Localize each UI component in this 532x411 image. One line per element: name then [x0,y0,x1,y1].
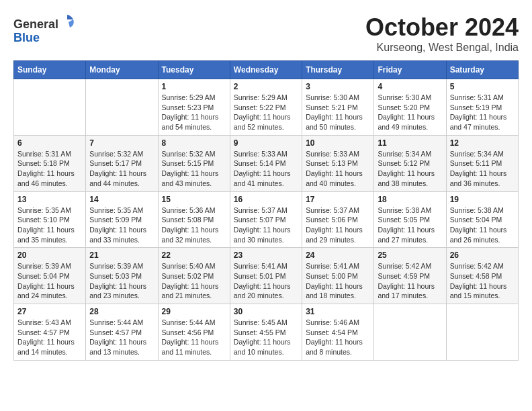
day-info: Sunrise: 5:43 AMSunset: 4:57 PMDaylight:… [17,318,82,357]
sunset-text: Sunset: 4:56 PM [162,328,214,336]
daylight-text: Daylight: 11 hours and 50 minutes. [306,113,363,131]
calendar-cell: 29Sunrise: 5:44 AMSunset: 4:56 PMDayligh… [158,304,230,361]
calendar-cell: 22Sunrise: 5:40 AMSunset: 5:02 PMDayligh… [158,248,230,304]
sunrise-text: Sunrise: 5:30 AM [378,93,431,101]
sunrise-text: Sunrise: 5:44 AM [89,318,143,326]
day-number: 8 [162,138,226,148]
calendar-cell: 3Sunrise: 5:30 AMSunset: 5:21 PMDaylight… [302,79,374,136]
daylight-text: Daylight: 11 hours and 26 minutes. [450,226,507,244]
sunset-text: Sunset: 5:11 PM [450,159,502,167]
daylight-text: Daylight: 11 hours and 44 minutes. [89,169,146,187]
day-info: Sunrise: 5:37 AMSunset: 5:06 PMDaylight:… [306,205,370,245]
day-info: Sunrise: 5:45 AMSunset: 4:55 PMDaylight:… [234,318,298,357]
sunrise-text: Sunrise: 5:45 AM [234,318,287,326]
day-info: Sunrise: 5:31 AMSunset: 5:19 PMDaylight:… [450,93,515,132]
day-number: 22 [162,250,226,260]
day-number: 12 [450,138,515,148]
sunset-text: Sunset: 5:00 PM [306,272,358,280]
daylight-text: Daylight: 11 hours and 35 minutes. [17,226,75,244]
day-number: 21 [89,250,154,260]
day-info: Sunrise: 5:36 AMSunset: 5:08 PMDaylight:… [162,205,226,245]
day-info: Sunrise: 5:33 AMSunset: 5:14 PMDaylight:… [234,149,298,189]
day-info: Sunrise: 5:44 AMSunset: 4:57 PMDaylight:… [89,318,154,357]
calendar-cell [374,304,446,361]
day-info: Sunrise: 5:29 AMSunset: 5:23 PMDaylight:… [162,93,226,132]
calendar-cell: 10Sunrise: 5:33 AMSunset: 5:13 PMDayligh… [302,135,374,191]
location: Kurseong, West Bengal, India [365,42,519,54]
calendar-cell [14,79,86,136]
day-info: Sunrise: 5:30 AMSunset: 5:20 PMDaylight:… [378,93,442,132]
day-number: 4 [378,82,442,91]
day-info: Sunrise: 5:33 AMSunset: 5:13 PMDaylight:… [306,149,370,189]
calendar-week-row: 1Sunrise: 5:29 AMSunset: 5:23 PMDaylight… [14,79,519,136]
day-info: Sunrise: 5:40 AMSunset: 5:02 PMDaylight:… [162,261,226,301]
daylight-text: Daylight: 11 hours and 46 minutes. [17,169,75,187]
sunset-text: Sunset: 4:57 PM [89,328,142,336]
daylight-text: Daylight: 11 hours and 24 minutes. [17,282,75,300]
day-number: 26 [450,250,515,260]
day-number: 2 [234,82,298,91]
calendar-cell: 24Sunrise: 5:41 AMSunset: 5:00 PMDayligh… [302,248,374,304]
calendar-cell: 1Sunrise: 5:29 AMSunset: 5:23 PMDaylight… [158,79,230,136]
logo-icon [60,13,75,28]
daylight-text: Daylight: 11 hours and 43 minutes. [162,169,219,187]
calendar-cell: 6Sunrise: 5:31 AMSunset: 5:18 PMDaylight… [14,135,86,191]
calendar-cell: 2Sunrise: 5:29 AMSunset: 5:22 PMDaylight… [230,79,302,136]
sunrise-text: Sunrise: 5:33 AM [234,150,287,158]
sunrise-text: Sunrise: 5:42 AM [450,262,504,270]
sunrise-text: Sunrise: 5:46 AM [306,318,359,326]
sunrise-text: Sunrise: 5:35 AM [89,206,143,214]
sunrise-text: Sunrise: 5:39 AM [17,262,71,270]
daylight-text: Daylight: 11 hours and 17 minutes. [378,282,435,300]
sunset-text: Sunset: 5:23 PM [162,103,214,111]
day-info: Sunrise: 5:38 AMSunset: 5:05 PMDaylight:… [378,205,442,245]
daylight-text: Daylight: 11 hours and 13 minutes. [89,338,146,356]
sunset-text: Sunset: 5:21 PM [306,103,358,111]
calendar-cell: 25Sunrise: 5:42 AMSunset: 4:59 PMDayligh… [374,248,446,304]
sunrise-text: Sunrise: 5:38 AM [450,206,504,214]
sunset-text: Sunset: 5:05 PM [378,216,430,224]
sunset-text: Sunset: 5:09 PM [89,216,142,224]
calendar-cell: 30Sunrise: 5:45 AMSunset: 4:55 PMDayligh… [230,304,302,361]
sunset-text: Sunset: 5:02 PM [162,272,214,280]
daylight-text: Daylight: 11 hours and 40 minutes. [306,169,363,187]
daylight-text: Daylight: 11 hours and 33 minutes. [89,226,146,244]
sunset-text: Sunset: 5:18 PM [17,159,70,167]
day-number: 5 [450,82,515,91]
calendar-cell: 14Sunrise: 5:35 AMSunset: 5:09 PMDayligh… [86,191,158,248]
day-number: 25 [378,250,442,260]
day-info: Sunrise: 5:34 AMSunset: 5:12 PMDaylight:… [378,149,442,189]
sunrise-text: Sunrise: 5:40 AM [162,262,216,270]
daylight-text: Daylight: 11 hours and 52 minutes. [234,113,291,131]
sunset-text: Sunset: 5:14 PM [234,159,286,167]
calendar-cell: 5Sunrise: 5:31 AMSunset: 5:19 PMDaylight… [446,79,518,136]
calendar-header-wednesday: Wednesday [230,61,302,79]
daylight-text: Daylight: 11 hours and 20 minutes. [234,282,291,300]
sunrise-text: Sunrise: 5:32 AM [162,150,216,158]
daylight-text: Daylight: 11 hours and 36 minutes. [450,169,507,187]
logo-blue: Blue [13,31,40,44]
day-number: 9 [234,138,298,148]
daylight-text: Daylight: 11 hours and 30 minutes. [234,226,291,244]
calendar-cell: 4Sunrise: 5:30 AMSunset: 5:20 PMDaylight… [374,79,446,136]
sunrise-text: Sunrise: 5:35 AM [17,206,71,214]
day-info: Sunrise: 5:42 AMSunset: 4:58 PMDaylight:… [450,261,515,301]
calendar-header-saturday: Saturday [446,61,518,79]
sunrise-text: Sunrise: 5:41 AM [234,262,287,270]
sunset-text: Sunset: 5:06 PM [306,216,358,224]
day-info: Sunrise: 5:44 AMSunset: 4:56 PMDaylight:… [162,318,226,357]
day-info: Sunrise: 5:37 AMSunset: 5:07 PMDaylight:… [234,205,298,245]
daylight-text: Daylight: 11 hours and 47 minutes. [450,113,507,131]
sunset-text: Sunset: 4:58 PM [450,272,502,280]
day-info: Sunrise: 5:35 AMSunset: 5:10 PMDaylight:… [17,205,82,245]
day-number: 24 [306,250,370,260]
sunrise-text: Sunrise: 5:38 AM [378,206,431,214]
day-number: 19 [450,195,515,204]
day-number: 13 [17,195,82,204]
page-header: General Blue October 2024 Kurseong, West… [13,13,519,54]
sunset-text: Sunset: 4:57 PM [17,328,70,336]
calendar-cell: 28Sunrise: 5:44 AMSunset: 4:57 PMDayligh… [86,304,158,361]
day-number: 3 [306,82,370,91]
calendar-cell: 31Sunrise: 5:46 AMSunset: 4:54 PMDayligh… [302,304,374,361]
sunrise-text: Sunrise: 5:30 AM [306,93,359,101]
